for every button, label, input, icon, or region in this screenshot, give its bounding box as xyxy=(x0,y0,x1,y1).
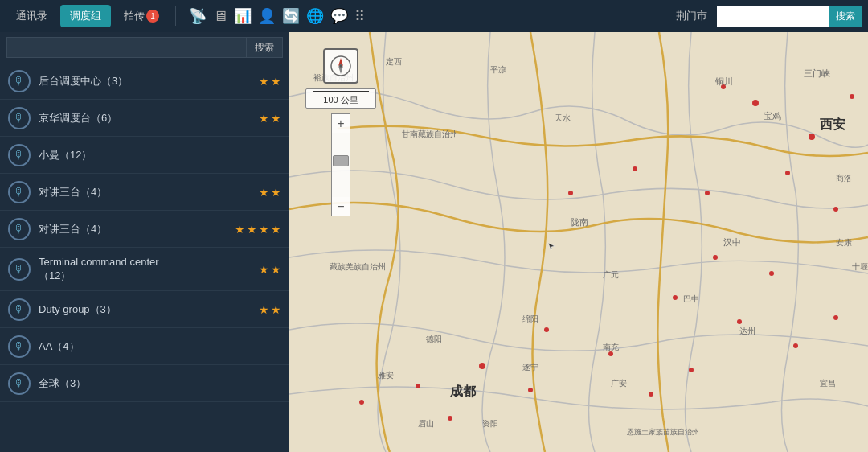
list-item[interactable]: 🎙 后台调度中心（3） ★ ★ xyxy=(0,63,289,100)
svg-point-16 xyxy=(544,327,549,332)
list-item[interactable]: 🎙 对讲三台（4） ★ ★ xyxy=(0,174,289,211)
mic-icon: 🎙 xyxy=(8,258,31,281)
svg-point-1 xyxy=(752,100,759,106)
svg-text:绵阳: 绵阳 xyxy=(522,314,538,323)
svg-text:德阳: 德阳 xyxy=(426,335,442,343)
nav-divider xyxy=(175,6,176,26)
tab-contacts[interactable]: 通讯录 xyxy=(6,5,57,27)
svg-text:甘南藏族自治州: 甘南藏族自治州 xyxy=(402,129,458,138)
sidebar: 搜索 🎙 后台调度中心（3） ★ ★ 🎙 京华调度台（6） ★ ★ xyxy=(0,32,289,452)
svg-text:广安: 广安 xyxy=(611,379,627,388)
svg-text:十堰: 十堰 xyxy=(852,262,868,271)
svg-point-21 xyxy=(448,416,452,421)
list-item[interactable]: 🎙 Terminal command center（12） ★ ★ xyxy=(0,248,289,291)
item-label: Terminal command center（12） xyxy=(39,256,254,283)
icon-chart[interactable]: 📊 xyxy=(234,7,252,25)
svg-text:三门峡: 三门峡 xyxy=(804,68,830,78)
icon-user[interactable]: 👤 xyxy=(258,7,276,25)
item-label: Duty group（3） xyxy=(39,302,254,317)
tab-broadcast[interactable]: 拍传 1 xyxy=(114,5,169,27)
svg-text:巴中: 巴中 xyxy=(683,294,699,303)
list-item[interactable]: 🎙 对讲三台（4） ★ ★ ★ ★ xyxy=(0,211,289,248)
item-label: 对讲三台（4） xyxy=(39,222,230,236)
item-label: 对讲三台（4） xyxy=(39,185,254,199)
item-label: 京华调度台（6） xyxy=(39,111,254,125)
svg-point-24 xyxy=(689,368,694,372)
top-nav-bar: 通讯录 调度组 拍传 1 📡 🖥 📊 👤 🔄 🌐 💬 ⠿ 荆门市 搜索 xyxy=(0,0,868,32)
svg-point-17 xyxy=(608,351,613,356)
nav-icons: 📡 🖥 📊 👤 🔄 🌐 💬 ⠿ xyxy=(189,7,365,25)
list-item[interactable]: 🎙 全球（3） xyxy=(0,365,289,402)
icon-grid[interactable]: ⠿ xyxy=(354,7,365,25)
map-zoom-controls: + − xyxy=(331,113,350,216)
svg-point-5 xyxy=(633,166,637,171)
list-item[interactable]: 🎙 京华调度台（6） ★ ★ xyxy=(0,100,289,137)
list-item[interactable]: 🎙 AA（4） xyxy=(0,328,289,365)
svg-point-15 xyxy=(833,315,838,320)
mic-icon: 🎙 xyxy=(8,298,31,321)
sidebar-list: 🎙 后台调度中心（3） ★ ★ 🎙 京华调度台（6） ★ ★ 🎙 小曼（1 xyxy=(0,63,289,452)
mic-icon: 🎙 xyxy=(8,107,31,129)
svg-point-8 xyxy=(833,207,838,212)
svg-text:藏族羌族自治州: 藏族羌族自治州 xyxy=(330,262,386,271)
item-stars: ★ ★ xyxy=(259,112,281,125)
tab-dispatch[interactable]: 调度组 xyxy=(60,5,111,27)
main-content: 搜索 🎙 后台调度中心（3） ★ ★ 🎙 京华调度台（6） ★ ★ xyxy=(0,32,868,452)
item-label: AA（4） xyxy=(39,339,281,354)
icon-self[interactable]: 🔄 xyxy=(282,7,300,25)
svg-text:达州: 达州 xyxy=(739,327,755,335)
top-search-button[interactable]: 搜索 xyxy=(829,6,862,27)
svg-point-13 xyxy=(737,319,742,324)
item-label: 全球（3） xyxy=(39,376,281,391)
mic-icon: 🎙 xyxy=(8,181,31,203)
top-search-input[interactable] xyxy=(717,6,829,27)
sidebar-search-button[interactable]: 搜索 xyxy=(247,37,283,58)
map-area[interactable]: 裕族自治州 定西 平凉 甘南藏族自治州 天水 铜川 三门峡 宝鸡 西安 商洛 安… xyxy=(289,32,868,452)
svg-point-9 xyxy=(568,191,573,195)
icon-chat[interactable]: 💬 xyxy=(330,7,348,25)
svg-point-23 xyxy=(649,392,653,397)
zoom-in-button[interactable]: + xyxy=(331,113,350,133)
svg-text:安康: 安康 xyxy=(836,238,852,247)
mic-icon: 🎙 xyxy=(8,70,31,92)
svg-text:天水: 天水 xyxy=(555,113,571,122)
item-stars: ★ ★ xyxy=(259,303,281,316)
broadcast-badge: 1 xyxy=(146,10,159,23)
svg-text:西安: 西安 xyxy=(820,117,845,131)
svg-point-2 xyxy=(809,134,815,140)
svg-text:定西: 定西 xyxy=(386,57,402,66)
zoom-slider-track xyxy=(331,133,350,197)
map-compass-button[interactable] xyxy=(323,48,358,84)
icon-monitor[interactable]: 🖥 xyxy=(213,8,227,25)
svg-text:雅安: 雅安 xyxy=(378,371,394,380)
svg-point-7 xyxy=(785,171,790,175)
svg-text:资阳: 资阳 xyxy=(482,419,498,428)
svg-point-19 xyxy=(528,388,533,392)
icon-signal[interactable]: 📡 xyxy=(189,7,207,25)
item-stars: ★ ★ xyxy=(259,75,281,88)
list-item[interactable]: 🎙 小曼（12） xyxy=(0,137,289,174)
svg-text:眉山: 眉山 xyxy=(418,419,434,428)
icon-web[interactable]: 🌐 xyxy=(306,7,324,25)
list-item[interactable]: 🎙 Duty group（3） ★ ★ xyxy=(0,291,289,328)
mic-icon: 🎙 xyxy=(8,218,31,240)
svg-text:遂宁: 遂宁 xyxy=(522,363,538,372)
sidebar-search-bar: 搜索 xyxy=(0,32,289,63)
sidebar-search-input[interactable] xyxy=(6,37,247,58)
city-label: 荆门市 xyxy=(676,9,707,23)
map-scale-label: 100 公里 xyxy=(305,88,376,109)
top-search-box: 搜索 xyxy=(717,6,862,27)
zoom-slider-thumb[interactable] xyxy=(333,155,349,166)
svg-point-57 xyxy=(339,64,342,68)
map-svg: 裕族自治州 定西 平凉 甘南藏族自治州 天水 铜川 三门峡 宝鸡 西安 商洛 安… xyxy=(289,32,868,452)
item-stars: ★ ★ xyxy=(259,186,281,199)
svg-text:商洛: 商洛 xyxy=(836,174,852,183)
svg-text:南充: 南充 xyxy=(603,343,619,351)
svg-text:平凉: 平凉 xyxy=(490,65,506,74)
svg-text:宜昌: 宜昌 xyxy=(820,379,836,388)
mic-icon: 🎙 xyxy=(8,372,31,395)
mic-icon: 🎙 xyxy=(8,144,31,166)
zoom-out-button[interactable]: − xyxy=(331,197,350,216)
svg-text:陇南: 陇南 xyxy=(571,217,588,227)
svg-text:汉中: 汉中 xyxy=(723,237,741,247)
